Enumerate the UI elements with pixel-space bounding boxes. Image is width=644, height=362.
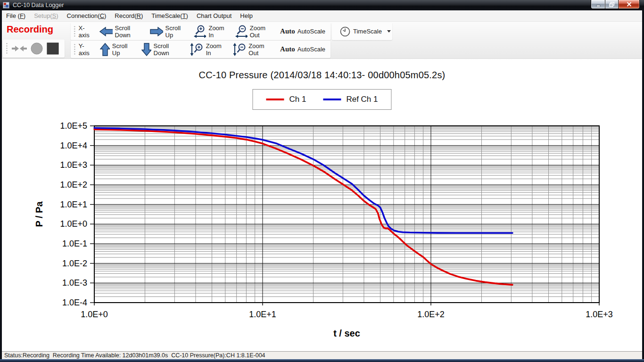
yaxis-zoom-out-button[interactable]: Zoom Out: [230, 41, 277, 58]
ch1-legend-label: Ch 1: [289, 95, 306, 104]
xaxis-toolstrip: X-axis Scroll Down Scroll Up: [71, 23, 330, 40]
minimize-button[interactable]: [591, 0, 605, 9]
window-title: CC-10 Data Logger: [13, 2, 64, 8]
app-icon-blue-square: [6, 5, 8, 8]
stop-button[interactable]: [47, 42, 59, 55]
restore-button[interactable]: [605, 0, 619, 9]
xaxis-zoom-in-button[interactable]: Zoom In: [190, 24, 231, 40]
yaxis-scroll-down-button[interactable]: Scroll Down: [139, 41, 188, 58]
window-controls: [591, 0, 640, 9]
timescale-button[interactable]: TimeScale: [337, 25, 394, 38]
toolstrip-grip[interactable]: [74, 43, 76, 56]
record-toolstrip: [3, 40, 65, 58]
menu-connection[interactable]: Connection(C): [63, 10, 111, 21]
yaxis-scroll-up-button[interactable]: Scroll Up: [97, 41, 139, 58]
toolstrip-grip[interactable]: [74, 25, 76, 38]
status-bar: Status:Recording Recording Time Availabl…: [2, 351, 642, 359]
yaxis-zoom-in-button[interactable]: Zoom In: [187, 41, 230, 58]
yaxis-label: Y-axis: [79, 42, 94, 57]
arrow-right-icon: [150, 27, 163, 36]
close-button[interactable]: [619, 0, 640, 9]
timescale-toolstrip: TimeScale: [332, 23, 392, 40]
xaxis-label: X-axis: [79, 25, 94, 39]
svg-text:1.0E-1: 1.0E-1: [62, 239, 87, 248]
svg-text:1.0E+0: 1.0E+0: [81, 310, 108, 319]
zoom-in-vertical-icon: [190, 42, 203, 57]
legend-item-refch1: Ref Ch 1: [323, 95, 378, 104]
chart-area: 1.0E+01.0E+11.0E+21.0E+31.0E+51.0E+41.0E…: [2, 59, 642, 351]
menu-record[interactable]: Record(R): [110, 10, 147, 21]
svg-text:1.0E+1: 1.0E+1: [60, 200, 87, 209]
toolbar: Recording: [2, 22, 642, 59]
yaxis-toolstrip: Y-axis Scroll Up Scroll Down: [71, 41, 330, 58]
menu-timescale[interactable]: TimeScale(T): [147, 10, 192, 21]
taskbar-edge: [0, 359, 644, 362]
svg-text:1.0E+0: 1.0E+0: [60, 219, 87, 229]
menu-setup: Setup(S): [30, 10, 62, 21]
refch1-line-sample: [323, 99, 341, 100]
menu-bar: File (F) Setup(S) Connection(C) Record(R…: [2, 10, 642, 22]
restore-icon: [609, 2, 615, 7]
connector-icon: [12, 45, 27, 52]
ch1-line-sample: [266, 99, 284, 100]
close-icon: [627, 2, 632, 7]
record-button[interactable]: [31, 42, 43, 55]
svg-text:1.0E+3: 1.0E+3: [60, 160, 87, 170]
auto-icon: Auto: [280, 45, 295, 53]
recording-status-label: Recording: [7, 24, 53, 35]
clock-icon: [339, 26, 351, 37]
svg-text:1.0E+3: 1.0E+3: [586, 310, 613, 319]
arrow-up-icon: [100, 43, 110, 56]
svg-text:1.0E+1: 1.0E+1: [249, 310, 276, 319]
xaxis-scroll-up-button[interactable]: Scroll Up: [147, 24, 190, 40]
arrow-left-icon: [99, 27, 112, 36]
toolstrip-grip[interactable]: [6, 42, 8, 55]
svg-text:t / sec: t / sec: [333, 328, 360, 338]
svg-text:1.0E+2: 1.0E+2: [60, 180, 87, 189]
status-text: Status:Recording Recording Time Availabl…: [4, 352, 265, 359]
xaxis-zoom-out-button[interactable]: Zoom Out: [232, 24, 277, 40]
svg-text:1.0E+5: 1.0E+5: [60, 121, 87, 131]
record-circle-icon: [31, 42, 43, 55]
minimize-icon: [596, 2, 601, 7]
chart-title: CC-10 Pressure (2014/03/18 14:40:13- 00d…: [2, 70, 642, 81]
refch1-legend-label: Ref Ch 1: [346, 95, 378, 104]
client-area: File (F) Setup(S) Connection(C) Record(R…: [2, 10, 642, 359]
arrow-down-icon: [141, 43, 151, 56]
auto-icon: Auto: [280, 27, 295, 35]
legend: Ch 1 Ref Ch 1: [252, 89, 391, 110]
svg-text:1.0E-2: 1.0E-2: [62, 259, 87, 268]
svg-text:1.0E-4: 1.0E-4: [62, 298, 87, 307]
zoom-out-horizontal-icon: [235, 25, 248, 39]
chevron-down-icon: [387, 30, 391, 33]
zoom-out-vertical-icon: [233, 42, 246, 57]
yaxis-autoscale-button[interactable]: Auto AutoScale: [277, 44, 328, 54]
svg-text:P / Pa: P / Pa: [34, 201, 44, 227]
svg-text:1.0E-3: 1.0E-3: [62, 278, 87, 288]
menu-chart-output[interactable]: Chart Output: [192, 10, 236, 21]
stop-square-icon: [47, 42, 59, 55]
menu-file[interactable]: File (F): [2, 10, 30, 21]
disconnect-button[interactable]: [12, 45, 27, 52]
svg-text:1.0E+2: 1.0E+2: [417, 310, 445, 319]
app-icon: [3, 2, 9, 8]
menu-help[interactable]: Help: [236, 10, 257, 21]
svg-text:1.0E+4: 1.0E+4: [60, 141, 87, 150]
xaxis-scroll-down-button[interactable]: Scroll Down: [97, 24, 147, 40]
zoom-in-horizontal-icon: [193, 25, 206, 39]
legend-item-ch1: Ch 1: [266, 95, 306, 104]
title-bar: CC-10 Data Logger: [0, 0, 644, 10]
xaxis-autoscale-button[interactable]: Auto AutoScale: [277, 26, 328, 36]
